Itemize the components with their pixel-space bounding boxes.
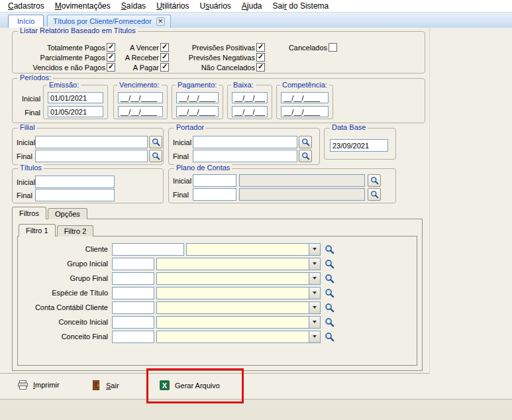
close-tab-icon[interactable]: ✕ bbox=[156, 17, 165, 26]
chevron-down-icon[interactable] bbox=[309, 244, 320, 255]
search-icon bbox=[325, 259, 334, 269]
label-previsoes-positivas: Previsões Positivas bbox=[169, 44, 256, 52]
input-emissao-inicial[interactable] bbox=[48, 92, 103, 103]
combo-conceito-final[interactable] bbox=[156, 331, 321, 343]
input-pagamento-final[interactable] bbox=[176, 106, 219, 117]
filter-row-conceito-inicial: Conceito Inicial bbox=[18, 315, 417, 329]
input-plano-final-codigo[interactable] bbox=[193, 188, 236, 201]
search-icon bbox=[325, 288, 334, 298]
sair-button[interactable]: Sair bbox=[91, 380, 119, 391]
plano-inicial-search-button[interactable] bbox=[368, 174, 381, 187]
menu-saidas[interactable]: Saídas bbox=[116, 1, 151, 11]
menu-cadastros[interactable]: Cadastros bbox=[3, 1, 50, 11]
menu-ajuda[interactable]: Ajuda bbox=[236, 1, 268, 11]
combo-grupo-inicial[interactable] bbox=[156, 258, 321, 270]
input-pagamento-inicial[interactable] bbox=[176, 92, 219, 103]
checkbox-totalmente-pagos[interactable] bbox=[107, 43, 115, 52]
input-competencia-inicial[interactable] bbox=[281, 92, 329, 103]
chevron-down-icon[interactable] bbox=[309, 302, 320, 313]
chevron-down-icon[interactable] bbox=[309, 273, 320, 284]
search-icon bbox=[325, 244, 334, 254]
checkbox-previsoes-negativas[interactable] bbox=[256, 53, 265, 62]
tab-filtros[interactable]: Filtros bbox=[12, 207, 46, 219]
chevron-down-icon[interactable] bbox=[309, 331, 320, 342]
search-icon bbox=[325, 317, 334, 327]
portador-final-search-button[interactable] bbox=[299, 150, 312, 162]
group-competencia: Competência: bbox=[276, 85, 333, 119]
checkbox-parcialmente-pagos[interactable] bbox=[107, 53, 115, 62]
input-portador-final[interactable] bbox=[193, 150, 297, 162]
menu-sair-do-sistema[interactable]: Sair do Sistema bbox=[268, 1, 334, 11]
cliente-search-button[interactable] bbox=[325, 244, 334, 254]
input-baixa-final[interactable] bbox=[232, 106, 268, 117]
tab-filtro-2[interactable]: Filtro 2 bbox=[57, 225, 94, 236]
checkbox-vencidos-nao-pagos[interactable] bbox=[107, 63, 115, 72]
checkbox-column-3: Previsões Positivas Previsões Negativas … bbox=[169, 42, 265, 72]
input-especie-titulo-codigo[interactable] bbox=[112, 287, 154, 299]
input-grupo-inicial-codigo[interactable] bbox=[112, 258, 154, 270]
checkbox-cancelados[interactable] bbox=[329, 43, 337, 52]
checkbox-a-pagar[interactable] bbox=[160, 63, 169, 72]
input-conta-contabil-codigo[interactable] bbox=[112, 301, 154, 314]
conceito-inicial-search-button[interactable] bbox=[325, 317, 334, 327]
combo-cliente[interactable] bbox=[186, 243, 321, 256]
tab-inicio[interactable]: Início bbox=[8, 15, 44, 28]
checkbox-column-2: A Vencer A Receber A Pagar bbox=[119, 42, 169, 72]
input-competencia-final[interactable] bbox=[281, 106, 329, 117]
label-periodo-final: Final bbox=[22, 109, 40, 117]
portador-inicial-search-button[interactable] bbox=[299, 136, 312, 148]
label-plano-inicial: Inicial bbox=[173, 177, 193, 185]
input-conceito-inicial-codigo[interactable] bbox=[112, 316, 154, 329]
filial-final-search-button[interactable] bbox=[149, 150, 162, 162]
input-vencimento-final[interactable] bbox=[118, 106, 163, 117]
combo-conceito-inicial[interactable] bbox=[156, 316, 321, 329]
group-listar-title: Listar Relatório Baseado em Títulos bbox=[18, 26, 138, 34]
menu-utilitarios[interactable]: Utilitários bbox=[151, 1, 194, 11]
combo-conta-contabil[interactable] bbox=[156, 301, 321, 314]
input-data-base[interactable] bbox=[330, 139, 388, 152]
input-filial-inicial[interactable] bbox=[35, 136, 148, 148]
checkbox-column-1: Totalmente Pagos Parcialmente Pagos Venc… bbox=[18, 42, 115, 72]
input-grupo-final-codigo[interactable] bbox=[112, 272, 154, 285]
label-nao-cancelados: Não Cancelados bbox=[169, 64, 256, 72]
input-conceito-final-codigo[interactable] bbox=[112, 331, 154, 343]
conta-contabil-search-button[interactable] bbox=[325, 303, 334, 313]
filtros-tab-bar: Filtros Opções bbox=[12, 207, 89, 219]
combo-especie-titulo[interactable] bbox=[156, 287, 321, 299]
chevron-down-icon[interactable] bbox=[309, 317, 320, 328]
filial-inicial-search-button[interactable] bbox=[149, 136, 162, 148]
imprimir-button[interactable]: Imprimir bbox=[17, 380, 60, 390]
input-titulos-inicial[interactable] bbox=[35, 176, 115, 188]
chevron-down-icon[interactable] bbox=[309, 288, 320, 299]
plano-final-search-button[interactable] bbox=[368, 188, 381, 201]
combo-grupo-final[interactable] bbox=[156, 272, 321, 285]
group-data-base: Data Base bbox=[324, 128, 396, 160]
input-emissao-final[interactable] bbox=[48, 106, 103, 117]
input-cliente-codigo[interactable] bbox=[112, 243, 184, 256]
menu-usuarios[interactable]: Usuários bbox=[194, 1, 236, 11]
input-plano-inicial-codigo[interactable] bbox=[193, 174, 236, 187]
input-vencimento-inicial[interactable] bbox=[118, 92, 163, 103]
tab-opcoes[interactable]: Opções bbox=[48, 208, 87, 219]
grupo-inicial-search-button[interactable] bbox=[325, 259, 334, 269]
checkbox-nao-cancelados[interactable] bbox=[256, 63, 265, 72]
chevron-down-icon[interactable] bbox=[309, 258, 320, 270]
tab-titulos-por-cliente[interactable]: Títulos por Cliente/Fornecedor ✕ bbox=[47, 15, 171, 28]
input-filial-final[interactable] bbox=[35, 150, 148, 162]
label-a-pagar: A Pagar bbox=[119, 64, 160, 72]
filter-label-grupo-inicial: Grupo Inicial bbox=[22, 260, 108, 268]
input-titulos-final[interactable] bbox=[35, 189, 115, 201]
grupo-final-search-button[interactable] bbox=[325, 274, 334, 284]
checkbox-a-receber[interactable] bbox=[160, 53, 169, 62]
especie-titulo-search-button[interactable] bbox=[325, 288, 334, 298]
tab-filtro-1[interactable]: Filtro 1 bbox=[19, 224, 56, 236]
exit-door-icon bbox=[91, 380, 101, 391]
input-portador-inicial[interactable] bbox=[193, 136, 297, 148]
app-window: Cadastros Movimentações Saídas Utilitári… bbox=[0, 0, 512, 420]
menu-movimentacoes[interactable]: Movimentações bbox=[50, 1, 116, 11]
checkbox-a-vencer[interactable] bbox=[160, 43, 169, 52]
group-plano-de-contas: Plano de Contas Inicial Final bbox=[168, 168, 396, 203]
conceito-final-search-button[interactable] bbox=[325, 332, 334, 342]
checkbox-previsoes-positivas[interactable] bbox=[256, 43, 265, 52]
input-baixa-inicial[interactable] bbox=[232, 92, 268, 103]
